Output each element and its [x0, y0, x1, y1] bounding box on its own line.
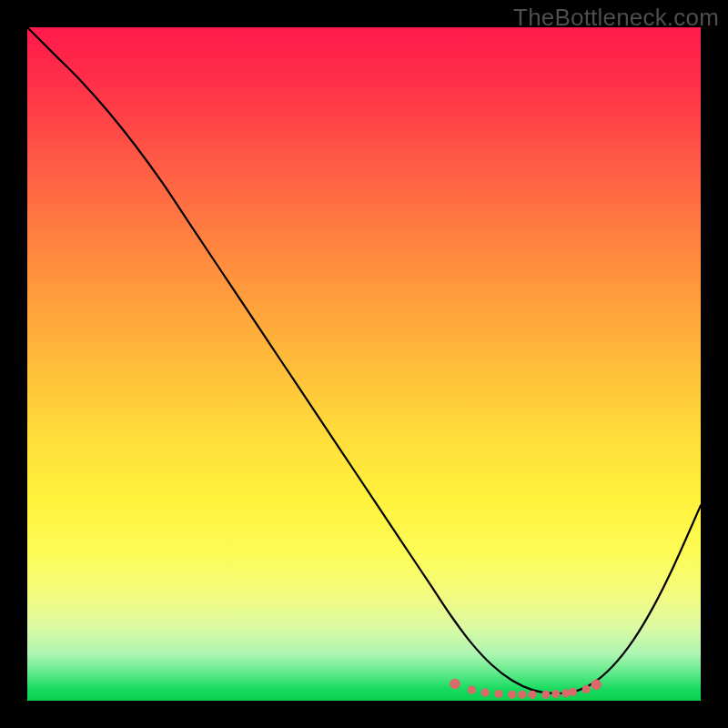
- bottleneck-curve-line: [27, 27, 701, 693]
- chart-svg: [27, 27, 701, 701]
- optimal-marker-dot: [582, 685, 591, 693]
- optimal-marker-dot: [468, 686, 476, 694]
- optimal-marker-dot: [551, 690, 560, 698]
- optimal-marker-dot: [569, 688, 577, 696]
- optimal-marker-dot: [528, 691, 536, 699]
- optimal-marker-dot: [518, 691, 526, 699]
- optimal-marker-dot: [494, 690, 502, 698]
- optimal-marker-dot: [481, 689, 490, 697]
- chart-frame: TheBottleneck.com: [0, 0, 728, 728]
- optimal-marker-dot: [541, 691, 550, 699]
- optimal-range-markers: [450, 679, 602, 699]
- optimal-marker-dot: [508, 691, 516, 699]
- optimal-marker-dot: [450, 679, 460, 690]
- optimal-marker-dot: [592, 679, 602, 690]
- plot-area: [27, 27, 701, 701]
